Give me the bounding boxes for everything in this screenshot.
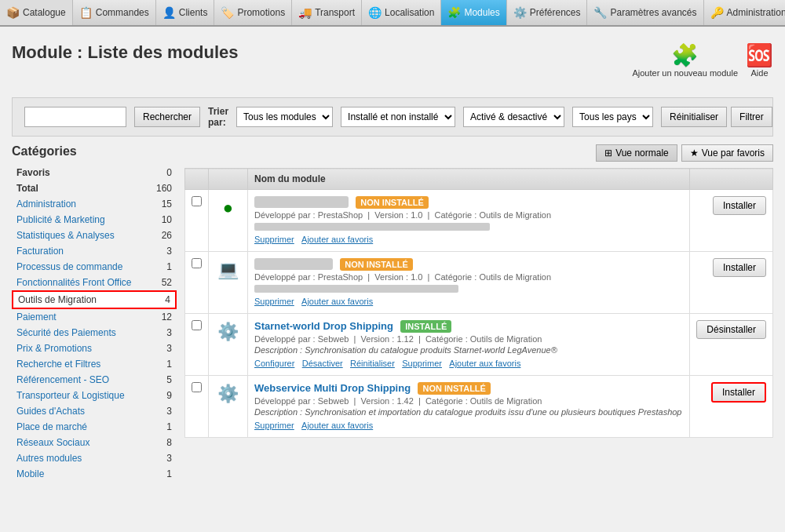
module-checkbox[interactable] [192,196,202,206]
active-status-filter[interactable]: Activé & desactivé [463,107,564,127]
sidebar-item-place-marche[interactable]: Place de marché 1 [12,419,177,435]
reset-button[interactable]: Réinitialiser [661,107,727,127]
sidebar-item-recherche[interactable]: Recherche et Filtres 1 [12,356,177,372]
module-checkbox[interactable] [192,320,202,330]
install-button[interactable]: Installer [713,258,766,277]
table-row: ⚙️ Webservice Multi Drop Shipping NON IN… [185,376,773,438]
module-desc-blurred [254,285,458,293]
sidebar-item-prix[interactable]: Prix & Promotions 3 [12,341,177,356]
module-icon-cell: 💻 [209,252,248,314]
module-list: ⊞ Vue normale ★ Vue par favoris Nom du m… [184,144,773,482]
localisation-icon: 🌐 [368,6,382,19]
install-button-highlighted[interactable]: Installer [711,382,766,403]
module-name: Webservice Multi Drop Shipping [254,382,411,394]
module-icon-cell: ⚙️ [209,314,248,376]
nav-modules[interactable]: 🧩 Modules [441,0,506,25]
module-icon: ⚙️ [217,322,239,341]
module-info-cell: Starnet-world Drop Shipping INSTALLÉ Dév… [248,314,690,376]
nav-administration[interactable]: 🔑 Administration [704,0,785,25]
module-link-favoris[interactable]: Ajouter aux favoris [449,359,520,368]
sidebar-item-processus[interactable]: Processus de commande 1 [12,259,177,275]
main-content: Module : Liste des modules 🧩 Ajouter un … [0,27,785,490]
module-icon-cell: ⚙️ [209,376,248,438]
view-normal-button[interactable]: ⊞ Vue normale [596,144,677,162]
module-action-cell: Désinstaller [690,314,773,376]
sidebar-item-securite[interactable]: Sécurité des Paiements 3 [12,325,177,341]
module-info-cell: NON INSTALLÉ Développé par : PrestaShop … [248,252,690,314]
sidebar-item-total[interactable]: Total 160 [12,180,177,196]
sidebar-item-fonctionnalites[interactable]: Fonctionnalités Front Office 52 [12,275,177,290]
sidebar-item-guides[interactable]: Guides d'Achats 3 [12,403,177,419]
sidebar-item-paiement[interactable]: Paiement 12 [12,309,177,325]
module-link-favoris[interactable]: Ajouter aux favoris [301,421,373,430]
module-links: Supprimer Ajouter aux favoris [254,234,683,245]
view-favorites-icon: ★ [690,148,699,159]
nav-promotions[interactable]: 🏷️ Promotions [214,0,292,25]
sidebar-item-administration[interactable]: Administration 15 [12,196,177,212]
module-icon: ⚙️ [217,384,239,403]
sidebar-item-mobile[interactable]: Mobile 1 [12,466,177,482]
help-button[interactable]: 🆘 Aide [746,42,773,78]
modules-icon: 🧩 [447,6,461,19]
module-checkbox[interactable] [192,382,202,392]
add-module-icon: 🧩 [671,42,699,68]
clients-icon: 👤 [162,6,176,19]
module-name-row: NON INSTALLÉ [254,258,683,271]
country-filter[interactable]: Tous les pays [572,107,653,127]
search-button[interactable]: Rechercher [134,107,200,127]
module-link-supprimer[interactable]: Supprimer [402,359,442,368]
view-normal-icon: ⊞ [604,148,612,159]
nav-clients[interactable]: 👤 Clients [156,0,215,25]
module-link-supprimer[interactable]: Supprimer [254,235,294,244]
add-module-button[interactable]: 🧩 Ajouter un nouveau module [632,42,738,78]
module-info-cell: NON INSTALLÉ Développé par : PrestaShop … [248,190,690,252]
status-badge: NON INSTALLÉ [340,258,412,271]
install-button[interactable]: Installer [713,196,766,215]
module-info-cell: Webservice Multi Drop Shipping NON INSTA… [248,376,690,438]
module-link-supprimer[interactable]: Supprimer [254,297,294,306]
status-badge: NON INSTALLÉ [356,196,428,209]
sidebar-item-outils-migration[interactable]: Outils de Migration 4 [12,290,177,309]
sidebar: Catégories Favoris 0 Total 160 Administr… [12,144,177,482]
nav-transport[interactable]: 🚚 Transport [292,0,362,25]
filter-button[interactable]: Filtrer [731,107,772,127]
sidebar-item-autres[interactable]: Autres modules 3 [12,450,177,466]
sidebar-item-reseaux[interactable]: Réseaux Sociaux 8 [12,435,177,450]
module-link-reinitialiser[interactable]: Réinitialiser [350,359,395,368]
module-links: Supprimer Ajouter aux favoris [254,296,683,307]
module-name-blurred [254,258,333,270]
search-input[interactable] [24,107,126,127]
sidebar-item-publicite[interactable]: Publicité & Marketing 10 [12,212,177,228]
module-link-supprimer[interactable]: Supprimer [254,421,294,430]
sidebar-item-referencement[interactable]: Référencement - SEO 5 [12,372,177,388]
view-favorites-button[interactable]: ★ Vue par favoris [681,144,773,162]
sidebar-item-statistiques[interactable]: Statistiques & Analyses 26 [12,228,177,243]
sidebar-item-transporteur[interactable]: Transporteur & Logistique 9 [12,388,177,403]
status-badge: INSTALLÉ [400,320,451,333]
transport-icon: 🚚 [298,6,312,19]
module-desc: Description : Synchronisation du catalog… [254,345,683,355]
parametres-icon: 🔧 [593,6,607,19]
module-link-configurer[interactable]: Configurer [254,359,294,368]
module-link-favoris[interactable]: Ajouter aux favoris [301,235,373,244]
nav-parametres-avances[interactable]: 🔧 Paramètres avancés [587,0,703,25]
sidebar-item-facturation[interactable]: Facturation 3 [12,243,177,259]
module-link-desactiver[interactable]: Désactiver [302,359,343,368]
sidebar-item-favoris[interactable]: Favoris 0 [12,165,177,180]
module-checkbox[interactable] [192,258,202,268]
nav-catalogue[interactable]: 📦 Catalogue [0,0,73,25]
module-name-blurred [254,196,349,208]
nav-localisation[interactable]: 🌐 Localisation [362,0,441,25]
module-name-row: NON INSTALLÉ [254,196,683,209]
help-icon: 🆘 [746,42,773,68]
uninstall-button[interactable]: Désinstaller [696,320,766,339]
nav-preferences[interactable]: ⚙️ Préférences [507,0,588,25]
module-action-cell: Installer [690,252,773,314]
module-type-filter[interactable]: Tous les modules [236,107,333,127]
nav-commandes[interactable]: 📋 Commandes [73,0,156,25]
module-checkbox-cell [185,190,209,252]
install-status-filter[interactable]: Installé et non installé [341,107,455,127]
table-row: 💻 NON INSTALLÉ Développé par : PrestaSho… [185,252,773,314]
module-link-favoris[interactable]: Ajouter aux favoris [301,297,373,306]
module-name-row: Webservice Multi Drop Shipping NON INSTA… [254,382,683,395]
